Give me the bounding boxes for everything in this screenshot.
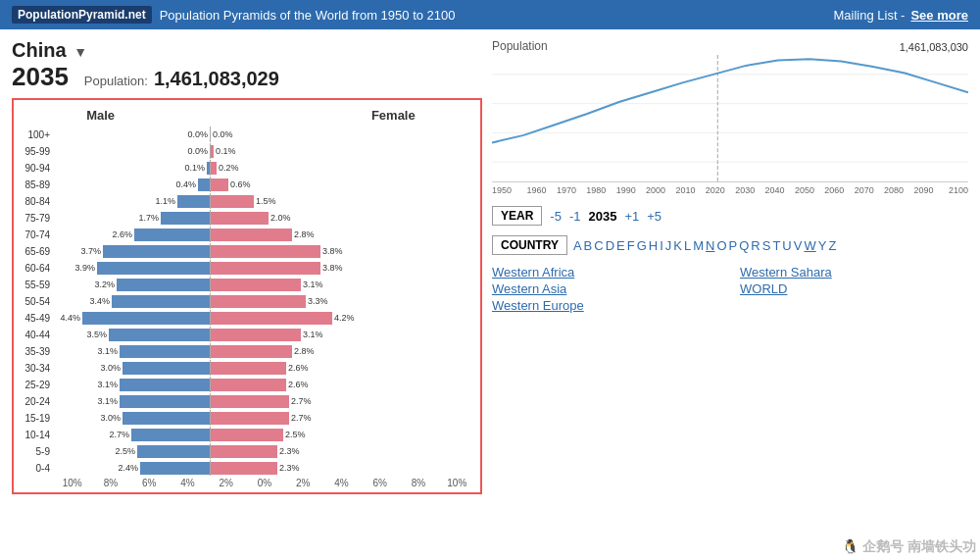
female-pct: 2.3%: [279, 446, 305, 456]
male-bar: [112, 295, 210, 308]
female-side: 0.0%: [211, 128, 368, 141]
male-pct: 3.2%: [89, 280, 115, 289]
country-link[interactable]: Western Asia: [492, 281, 720, 296]
country-control-label[interactable]: COUNTRY: [492, 235, 567, 255]
age-label: 60-64: [18, 263, 53, 274]
alpha-letter-k[interactable]: K: [673, 238, 682, 253]
country-name[interactable]: China: [12, 39, 67, 61]
country-link[interactable]: [740, 298, 968, 313]
pyramid-labels-row: Male Female: [18, 108, 476, 123]
female-bar: [211, 362, 286, 375]
male-side: 3.7%: [53, 245, 210, 258]
age-label: 55-59: [18, 280, 53, 290]
male-pct: 2.7%: [104, 430, 129, 439]
bar-row: 35-39 3.1% 2.8%: [18, 343, 476, 359]
male-bar: [177, 195, 210, 208]
female-side: 3.3%: [211, 295, 368, 308]
alpha-letter-y[interactable]: Y: [818, 238, 827, 253]
female-side: 0.2%: [211, 162, 368, 175]
male-bar: [131, 429, 210, 441]
alpha-letter-n[interactable]: N: [706, 238, 714, 253]
male-bar: [207, 162, 210, 175]
male-side: 1.7%: [53, 212, 210, 225]
alpha-letter-z[interactable]: Z: [828, 238, 836, 253]
line-chart-svg: [492, 55, 968, 182]
age-label: 50-54: [18, 296, 53, 307]
alpha-letter-o[interactable]: O: [716, 238, 726, 253]
female-bar: [211, 329, 301, 341]
pop-chart-value: 1,461,083,030: [900, 41, 968, 53]
male-side: 0.4%: [53, 178, 210, 191]
female-side: 3.8%: [211, 245, 368, 258]
country-dropdown-icon[interactable]: ▼: [74, 44, 87, 60]
female-bar: [211, 429, 283, 441]
alpha-letter-m[interactable]: M: [693, 238, 704, 253]
alpha-letter-q[interactable]: Q: [739, 238, 749, 253]
bar-row: 10-14 2.7% 2.5%: [18, 427, 476, 442]
population-chart-area: Population 1,461,083,030 1950 1960 1970 …: [492, 39, 968, 196]
year-plus1[interactable]: +1: [624, 209, 639, 224]
alpha-letter-v[interactable]: V: [794, 238, 803, 253]
alpha-letter-u[interactable]: U: [782, 238, 791, 253]
female-pct: 2.6%: [288, 363, 314, 373]
male-bar: [103, 245, 210, 258]
axis-tick: 8%: [91, 478, 129, 488]
age-label: 0-4: [18, 463, 53, 474]
male-bar: [134, 229, 210, 241]
country-year-header: China ▼ 2035 Population: 1,461,083,029: [12, 39, 482, 92]
bar-row: 100+ 0.0% 0.0%: [18, 127, 476, 142]
male-pct: 2.4%: [113, 463, 138, 473]
country-link[interactable]: Western Africa: [492, 265, 720, 280]
alpha-letter-g[interactable]: G: [637, 238, 647, 253]
female-pct: 3.1%: [303, 330, 328, 339]
age-label: 90-94: [18, 163, 53, 174]
alpha-letter-w[interactable]: W: [804, 238, 815, 253]
female-pct: 2.0%: [270, 213, 296, 223]
female-bar: [211, 195, 254, 208]
alpha-letter-j[interactable]: J: [665, 238, 672, 253]
axis-labels: 10%8%6%4%2%0%2%4%6%8%10%: [18, 478, 476, 488]
axis-tick: 2%: [284, 478, 322, 488]
female-bar: [211, 212, 269, 225]
alpha-letter-t[interactable]: T: [772, 238, 780, 253]
alpha-letter-e[interactable]: E: [616, 238, 625, 253]
male-pct: 3.1%: [92, 380, 118, 389]
female-side: 3.1%: [211, 329, 368, 341]
alpha-letter-h[interactable]: H: [649, 238, 658, 253]
female-bar: [211, 445, 277, 458]
year-minus5[interactable]: -5: [550, 209, 562, 224]
alpha-letter-b[interactable]: B: [584, 238, 593, 253]
alpha-letter-s[interactable]: S: [762, 238, 771, 253]
age-label: 15-19: [18, 413, 53, 424]
female-side: 2.3%: [211, 462, 368, 475]
female-pct: 3.8%: [322, 246, 348, 256]
country-link[interactable]: WORLD: [740, 281, 968, 296]
female-side: 1.5%: [211, 195, 368, 208]
female-side: 2.0%: [211, 212, 368, 225]
year-control-label[interactable]: YEAR: [492, 206, 542, 226]
alpha-letter-c[interactable]: C: [594, 238, 603, 253]
country-link[interactable]: Western Sahara: [740, 265, 968, 280]
axis-tick: 0%: [245, 478, 283, 488]
axis-tick: 8%: [399, 478, 437, 488]
pyramid-chart: 100+ 0.0% 0.0% 95-99 0.0% 0.1% 90-94: [18, 127, 476, 476]
male-bar: [97, 262, 210, 275]
alpha-letter-l[interactable]: L: [684, 238, 691, 253]
male-pct: 3.7%: [75, 246, 101, 256]
alpha-letter-f[interactable]: F: [627, 238, 635, 253]
age-label: 80-84: [18, 196, 53, 207]
alpha-letter-d[interactable]: D: [606, 238, 614, 253]
female-pct: 2.5%: [285, 430, 311, 439]
site-badge[interactable]: PopulationPyramid.net: [12, 6, 152, 24]
year-minus1[interactable]: -1: [569, 209, 581, 224]
alpha-letter-i[interactable]: I: [660, 238, 663, 253]
age-label: 10-14: [18, 430, 53, 440]
country-link[interactable]: Western Europe: [492, 298, 720, 313]
alpha-letter-p[interactable]: P: [729, 238, 738, 253]
alpha-letter-a[interactable]: A: [573, 238, 582, 253]
male-side: 2.5%: [53, 445, 210, 458]
year-plus5[interactable]: +5: [647, 209, 662, 224]
female-side: 0.6%: [211, 178, 368, 191]
see-more-link[interactable]: See more: [910, 8, 968, 23]
alpha-letter-r[interactable]: R: [751, 238, 760, 253]
